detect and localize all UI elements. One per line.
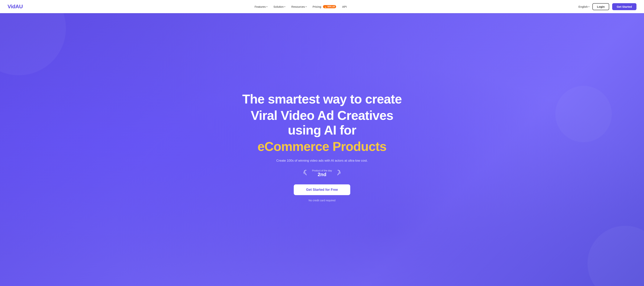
nav-resources-label: Resources (291, 5, 305, 8)
nav-api[interactable]: API (342, 5, 347, 8)
nav-center: Features ▾ Solution ▾ Resources ▾ Pricin… (254, 5, 347, 8)
product-hunt-rank: 2nd (312, 172, 332, 177)
nav-pricing[interactable]: Pricing 🔥 50% off (312, 5, 336, 8)
navbar-right: English ▾ Login Get Started (578, 3, 636, 10)
nav-features[interactable]: Features ▾ (254, 5, 268, 8)
navbar: VidAU Features ▾ Solution ▾ Resources ▾ … (0, 0, 644, 13)
get-started-free-button[interactable]: Get Started for Free (294, 184, 350, 195)
chevron-down-icon: ▾ (266, 6, 268, 8)
login-button[interactable]: Login (592, 3, 609, 10)
hero-subtitle: Create 100s of winning video ads with AI… (237, 159, 407, 163)
hero-title-line1: The smartest way to create (237, 92, 407, 106)
nav-api-label: API (342, 5, 347, 8)
nav-solution-label: Solution (274, 5, 284, 8)
language-selector[interactable]: English ▾ (578, 5, 590, 8)
hero-section: The smartest way to create Viral Video A… (0, 0, 644, 286)
chevron-down-icon: ▾ (306, 6, 306, 8)
chevron-down-icon: ▾ (588, 6, 590, 8)
pricing-discount-badge: 🔥 50% off (323, 5, 336, 8)
nav-resources[interactable]: Resources ▾ (291, 5, 306, 8)
chevron-down-icon: ▾ (284, 6, 285, 8)
hero-content: The smartest way to create Viral Video A… (237, 92, 407, 202)
language-label: English (578, 5, 588, 8)
hero-title-line2: Viral Video Ad Creatives using AI for (237, 108, 407, 137)
hero-title-highlight: eCommerce Products (237, 139, 407, 154)
no-credit-text: No credit card required (309, 199, 335, 202)
logo[interactable]: VidAU (8, 3, 23, 9)
bg-decoration-2 (588, 226, 644, 286)
nav-solution[interactable]: Solution ▾ (274, 5, 285, 8)
get-started-nav-button[interactable]: Get Started (612, 3, 636, 10)
laurel-right-icon (334, 169, 342, 178)
laurel-left-icon (302, 169, 310, 178)
product-hunt-badge: Product of the day 2nd (237, 169, 407, 178)
product-hunt-text: Product of the day 2nd (312, 169, 332, 177)
nav-pricing-label: Pricing (312, 5, 321, 8)
nav-features-label: Features (254, 5, 266, 8)
bg-decoration-3 (555, 86, 612, 142)
